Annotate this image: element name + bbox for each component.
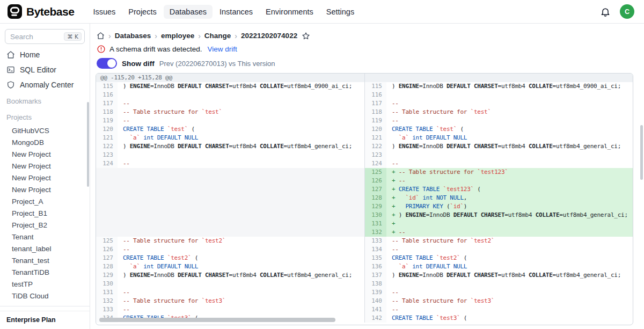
star-bookmark-icon[interactable]: [302, 32, 310, 40]
line-number: 125: [96, 237, 118, 245]
sidebar-project-new-project[interactable]: New Project: [0, 160, 90, 172]
line-number: 130: [365, 211, 386, 220]
plan-label: Enterprise Plan: [0, 311, 90, 329]
page-scrollbar[interactable]: [640, 125, 643, 180]
diff-code-cell: 121 `a` int DEFAULT NULL: [364, 134, 633, 142]
diff-code-cell: 115) ENGINE=InnoDB DEFAULT CHARSET=utf8m…: [96, 82, 364, 91]
diff-code-cell: 119--: [96, 116, 364, 125]
diff-row: 122) ENGINE=InnoDB DEFAULT CHARSET=utf8m…: [96, 142, 633, 151]
show-diff-toggle[interactable]: [97, 58, 117, 69]
alert-circle-icon: [97, 45, 106, 54]
diff-row: 119--119--: [96, 116, 633, 125]
navbar-right: C: [600, 4, 636, 19]
line-number: 126: [96, 245, 118, 254]
code-line: -- Table structure for `test`: [118, 108, 364, 116]
line-number: 134: [365, 245, 386, 254]
line-number: 119: [96, 116, 118, 125]
view-drift-link[interactable]: View drift: [208, 45, 237, 53]
sidebar-project-project-b1[interactable]: Project_B1: [0, 207, 90, 219]
sidebar-project-new-project[interactable]: New Project: [0, 172, 90, 184]
app-window: Bytebase IssuesProjectsDatabasesInstance…: [0, 0, 644, 329]
sidebar-project-list: GitHubVCSMongoDBNew ProjectNew ProjectNe…: [0, 125, 90, 302]
sidebar-project-tenant[interactable]: Tenant: [0, 231, 90, 243]
code-line: CREATE TABLE `test` (: [118, 125, 364, 134]
code-line: --: [386, 305, 633, 314]
breadcrumb-item[interactable]: 20221202074022: [241, 32, 297, 40]
sidebar-item-home[interactable]: Home: [0, 47, 90, 62]
breadcrumb-item[interactable]: employee: [161, 32, 194, 40]
main-content: ›Databases›employee›Change›2022120207402…: [90, 24, 644, 329]
code-line: ) ENGINE=InnoDB DEFAULT CHARSET=utf8mb4 …: [118, 271, 364, 280]
diff-panel: @@ -115,20 +115,28 @@115) ENGINE=InnoDB …: [96, 73, 633, 325]
sidebar-item-anomaly-center[interactable]: Anomaly Center: [0, 77, 90, 92]
diff-row: 130+ ) ENGINE=InnoDB DEFAULT CHARSET=utf…: [96, 211, 633, 220]
code-line: -- Table structure for `test2`: [118, 237, 364, 245]
code-line: [386, 91, 633, 99]
diff-code-cell: 123: [364, 151, 633, 159]
code-line: + --: [386, 228, 633, 237]
notifications-bell-icon[interactable]: [600, 6, 611, 17]
sidebar-project-tenanttidb[interactable]: TenantTiDB: [0, 266, 90, 278]
diff-code-cell: 117--: [364, 99, 633, 108]
sidebar-project-githubvcs[interactable]: GitHubVCS: [0, 125, 90, 136]
search-placeholder: Search: [10, 33, 33, 41]
diff-row: 117--117--: [96, 99, 633, 108]
diff-row: 125+ -- Table structure for `test123`: [96, 168, 633, 177]
diff-code-cell: 125-- Table structure for `test2`: [96, 237, 364, 245]
sidebar-project-project-b2[interactable]: Project_B2: [0, 219, 90, 231]
toggle-knob: [107, 59, 116, 68]
nav-item-databases[interactable]: Databases: [164, 5, 213, 19]
home-breadcrumb-icon[interactable]: [97, 32, 105, 40]
sidebar-section-bookmarks: Bookmarks: [0, 92, 90, 108]
diff-code-cell: 139--: [364, 288, 633, 297]
search-input[interactable]: Search ⌘ K: [5, 29, 85, 44]
diff-added-cell: 127+ CREATE TABLE `test123` (: [364, 185, 633, 194]
sidebar-scrollbar[interactable]: [87, 102, 89, 187]
diff-code-cell: 126--: [96, 245, 364, 254]
diff-code-cell: 124--: [96, 159, 364, 168]
code-line: `a` int DEFAULT NULL: [386, 262, 633, 271]
sidebar-project-new-project[interactable]: New Project: [0, 148, 90, 160]
nav-item-instances[interactable]: Instances: [214, 5, 259, 19]
diff-code-cell: 141--: [364, 305, 633, 314]
code-line: + ) ENGINE=InnoDB DEFAULT CHARSET=utf8mb…: [386, 211, 633, 220]
line-number: 127: [365, 185, 386, 194]
nav-item-settings[interactable]: Settings: [320, 5, 360, 19]
diff-gap-cell: [96, 228, 364, 237]
code-line: --: [118, 99, 364, 108]
diff-row: 121 `a` int DEFAULT NULL121 `a` int DEFA…: [96, 134, 633, 142]
breadcrumb: ›Databases›employee›Change›2022120207402…: [97, 31, 644, 40]
diff-row: 132+ --: [96, 228, 633, 237]
diff-body: @@ -115,20 +115,28 @@115) ENGINE=InnoDB …: [96, 74, 633, 323]
line-number: 121: [365, 134, 386, 142]
diff-added-cell: 129+ PRIMARY KEY (`id`): [364, 202, 633, 211]
sidebar-project-new-project[interactable]: New Project: [0, 184, 90, 195]
line-number: 138: [365, 280, 386, 288]
diff-horizontal-scrollbar[interactable]: [99, 318, 335, 322]
sidebar-item-sql-editor[interactable]: SQL Editor: [0, 62, 90, 77]
sidebar-project-project-a[interactable]: Project_A: [0, 195, 90, 207]
diff-row: 115) ENGINE=InnoDB DEFAULT CHARSET=utf8m…: [96, 82, 633, 91]
diff-code-cell: 135CREATE TABLE `test2` (: [364, 254, 633, 262]
code-line: --: [386, 116, 633, 125]
sidebar-project-tidb-cloud[interactable]: TiDB Cloud: [0, 290, 90, 302]
breadcrumb-item[interactable]: Databases: [115, 32, 151, 40]
nav-item-issues[interactable]: Issues: [87, 5, 121, 19]
code-line: ) ENGINE=InnoDB DEFAULT CHARSET=utf8mb4 …: [386, 271, 633, 280]
diff-code-cell: 132-- Table structure for `test3`: [96, 297, 364, 305]
breadcrumb-item[interactable]: Change: [204, 32, 231, 40]
sidebar-project-tenant-label[interactable]: tenant_label: [0, 243, 90, 254]
line-number: 133: [365, 237, 386, 245]
sidebar-project-tenant-test[interactable]: Tenant_test: [0, 254, 90, 266]
user-avatar[interactable]: C: [620, 4, 634, 19]
sidebar-project-mongodb[interactable]: MongoDB: [0, 136, 90, 148]
bytebase-logo[interactable]: Bytebase: [8, 4, 74, 19]
line-number: 124: [96, 159, 118, 168]
diff-code-cell: 122) ENGINE=InnoDB DEFAULT CHARSET=utf8m…: [96, 142, 364, 151]
line-number: 133: [96, 305, 118, 314]
nav-item-environments[interactable]: Environments: [260, 5, 319, 19]
nav-item-projects[interactable]: Projects: [122, 5, 162, 19]
code-line: -- Table structure for `test3`: [118, 297, 364, 305]
diff-code-cell: 119--: [364, 116, 633, 125]
sidebar-project-testtp[interactable]: testTP: [0, 278, 90, 290]
